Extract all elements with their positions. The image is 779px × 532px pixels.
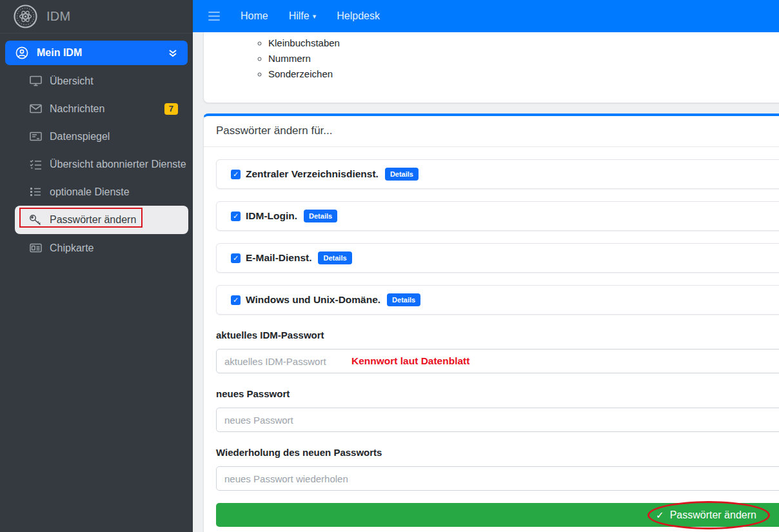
monitor-icon xyxy=(29,75,42,86)
sidebar-item-label: Nachrichten xyxy=(50,103,104,115)
nav-link-helpdesk[interactable]: Helpdesk xyxy=(337,10,380,22)
sidebar-item-chipkarte[interactable]: Chipkarte xyxy=(5,234,188,262)
new-password-input[interactable] xyxy=(216,408,779,432)
current-password-label: aktuelles IDM-Passwort xyxy=(216,330,779,340)
password-rule-item: Kleinbuchstaben xyxy=(268,35,779,51)
new-password-label: neues Passwort xyxy=(216,388,779,399)
sidebar-nav: Übersicht Nachrichten 7 Datenspiegel xyxy=(0,67,193,262)
nav-link-label: Hilfe xyxy=(289,10,310,22)
sidebar-item-label: Übersicht xyxy=(50,75,94,87)
unread-count-badge: 7 xyxy=(164,103,178,115)
sidebar-item-abonnierte-dienste[interactable]: Übersicht abonnierter Dienste xyxy=(5,150,188,178)
details-button[interactable]: Details xyxy=(385,168,419,181)
submit-button-label: Passwörter ändern xyxy=(670,509,756,521)
service-label: E-Mail-Dienst. xyxy=(246,252,311,264)
details-button[interactable]: Details xyxy=(387,293,420,306)
sidebar-item-nachrichten[interactable]: Nachrichten 7 xyxy=(5,95,188,123)
sidebar-item-uebersicht[interactable]: Übersicht xyxy=(5,67,188,95)
sidebar-item-datenspiegel[interactable]: Datenspiegel xyxy=(5,123,188,150)
brand: IDM xyxy=(0,0,193,34)
service-checkbox[interactable]: ✓ xyxy=(231,170,241,179)
sidebar-item-label: optionale Dienste xyxy=(50,186,130,198)
check-icon: ✓ xyxy=(656,509,664,521)
repeat-password-input[interactable] xyxy=(216,466,779,491)
app-title: IDM xyxy=(46,9,71,24)
sidebar: IDM Mein IDM Übersicht xyxy=(0,0,193,532)
caret-down-icon: ▾ xyxy=(313,12,317,21)
service-label: IDM-Login. xyxy=(246,210,297,222)
service-checkbox[interactable]: ✓ xyxy=(231,253,241,263)
card-body: ✓ Zentraler Verzeichnisdienst. Details ✓… xyxy=(204,147,779,532)
service-row-windows-unix: ✓ Windows und Unix-Domäne. Details xyxy=(216,285,779,315)
service-checkbox[interactable]: ✓ xyxy=(231,212,241,221)
service-row-idm-login: ✓ IDM-Login. Details xyxy=(216,201,779,231)
sidebar-item-optionale-dienste[interactable]: optionale Dienste xyxy=(5,178,188,206)
sidebar-item-passwoerter-aendern[interactable]: Passwörter ändern xyxy=(15,206,188,234)
nav-link-label: Helpdesk xyxy=(337,10,380,22)
chevron-double-down-icon xyxy=(168,49,177,57)
hamburger-menu-icon[interactable] xyxy=(208,9,220,23)
service-checkbox[interactable]: ✓ xyxy=(231,295,241,305)
sidebar-item-label: Datenspiegel xyxy=(50,131,110,143)
card-title: Passwörter ändern für... xyxy=(204,116,779,147)
main-content: Kleinbuchstaben Nummern Sonderzeichen Pa… xyxy=(203,32,779,532)
current-password-input[interactable] xyxy=(216,349,779,373)
envelope-icon xyxy=(29,104,42,113)
sidebar-item-label: Übersicht abonnierter Dienste xyxy=(50,159,186,170)
id-card-icon xyxy=(29,243,42,253)
change-passwords-card: Passwörter ändern für... ✓ Zentraler Ver… xyxy=(203,113,779,532)
data-card-icon xyxy=(29,132,42,141)
service-label: Windows und Unix-Domäne. xyxy=(246,294,380,306)
person-circle-icon xyxy=(15,46,28,59)
top-navbar: Home Hilfe ▾ Helpdesk xyxy=(193,0,779,32)
repeat-password-label: Wiederholung des neuen Passworts xyxy=(216,447,779,458)
checklist-icon xyxy=(29,159,42,170)
nav-link-hilfe[interactable]: Hilfe ▾ xyxy=(289,10,317,22)
password-rule-item: Sonderzeichen xyxy=(268,66,779,82)
nav-link-home[interactable]: Home xyxy=(241,10,268,22)
service-row-verzeichnisdienst: ✓ Zentraler Verzeichnisdienst. Details xyxy=(216,159,779,189)
mein-idm-button[interactable]: Mein IDM xyxy=(5,41,188,65)
university-seal-logo xyxy=(14,5,37,28)
password-rules-list: Kleinbuchstaben Nummern Sonderzeichen xyxy=(204,35,779,82)
password-rule-item: Nummern xyxy=(268,51,779,66)
details-button[interactable]: Details xyxy=(318,251,351,264)
service-label: Zentraler Verzeichnisdienst. xyxy=(246,168,379,180)
password-rules-card: Kleinbuchstaben Nummern Sonderzeichen xyxy=(203,32,779,103)
sidebar-item-label: Passwörter ändern xyxy=(50,214,136,226)
nav-link-label: Home xyxy=(241,10,268,22)
mein-idm-label: Mein IDM xyxy=(37,47,82,59)
sidebar-item-label: Chipkarte xyxy=(50,242,94,254)
details-button[interactable]: Details xyxy=(304,210,337,222)
key-icon xyxy=(29,214,42,226)
list-icon xyxy=(29,187,42,197)
service-row-email: ✓ E-Mail-Dienst. Details xyxy=(216,243,779,273)
change-passwords-submit-button[interactable]: ✓ Passwörter ändern xyxy=(216,503,779,527)
